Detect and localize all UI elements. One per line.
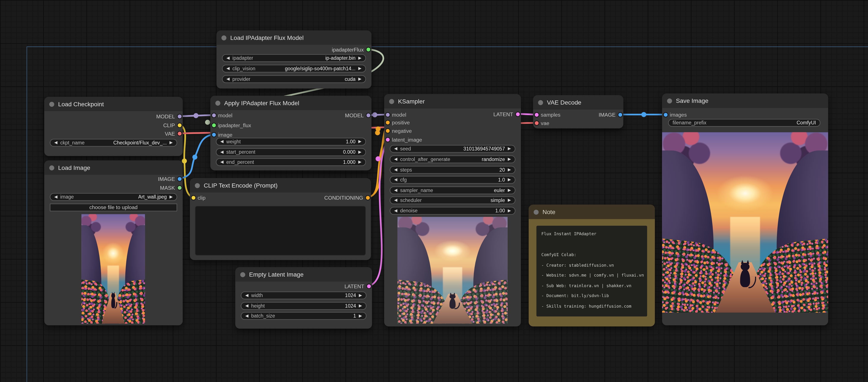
input-pin-images[interactable] xyxy=(663,113,668,117)
node-empty-latent-image[interactable]: Empty Latent Image LATENT ◀ width 1024 ▶… xyxy=(235,267,372,329)
node-load-ipadapter-flux-model[interactable]: Load IPAdapter Flux Model ipadapterFlux … xyxy=(216,30,371,88)
increment-arrow-icon[interactable]: ▶ xyxy=(359,302,362,310)
node-header[interactable]: Save Image xyxy=(662,94,828,108)
output-pin-vae[interactable] xyxy=(178,131,181,135)
node-save-image[interactable]: Save Image images filename_prefix ComfyU… xyxy=(662,94,828,325)
upload-file-button[interactable]: choose file to upload xyxy=(50,203,177,211)
increment-arrow-icon[interactable]: ▶ xyxy=(508,186,511,194)
output-pin-model[interactable] xyxy=(178,114,181,118)
input-pin-vae[interactable] xyxy=(534,121,538,125)
node-load-checkpoint[interactable]: Load Checkpoint MODEL CLIP VAE ◀ ckpt_na… xyxy=(44,97,183,156)
output-pin-image[interactable] xyxy=(178,177,181,181)
widget-weight[interactable]: ◀ weight 1.00 ▶ xyxy=(216,138,366,146)
decrement-arrow-icon[interactable]: ◀ xyxy=(226,54,230,62)
decrement-arrow-icon[interactable]: ◀ xyxy=(394,155,397,163)
input-pin-clip[interactable] xyxy=(191,195,195,199)
node-header[interactable]: CLIP Text Encode (Prompt) xyxy=(190,178,371,192)
increment-arrow-icon[interactable]: ▶ xyxy=(169,193,173,201)
node-header[interactable]: Apply IPAdapter Flux Model xyxy=(210,96,371,110)
input-pin-model[interactable] xyxy=(212,113,216,117)
node-ksampler[interactable]: KSampler model positive negative latent_… xyxy=(384,94,521,326)
input-pin-positive[interactable] xyxy=(385,120,389,124)
widget-height[interactable]: ◀ height 1024 ▶ xyxy=(241,302,367,310)
input-pin-ipadapter-flux[interactable] xyxy=(212,123,216,127)
output-pin-latent[interactable] xyxy=(516,112,520,116)
output-pin-clip[interactable] xyxy=(178,123,181,127)
decrement-arrow-icon[interactable]: ◀ xyxy=(54,193,58,201)
widget-seed[interactable]: ◀ seed 310136945749057 ▶ xyxy=(390,145,516,153)
widget-control-after-generate[interactable]: ◀ control_after_generate randomize ▶ xyxy=(390,155,516,163)
decrement-arrow-icon[interactable]: ◀ xyxy=(220,148,223,156)
node-header[interactable]: VAE Decode xyxy=(533,95,623,109)
widget-cfg[interactable]: ◀ cfg 1.0 ▶ xyxy=(390,176,516,184)
widget-sampler-name[interactable]: ◀ sampler_name euler ▶ xyxy=(390,186,516,194)
increment-arrow-icon[interactable]: ▶ xyxy=(508,176,511,184)
increment-arrow-icon[interactable]: ▶ xyxy=(508,166,511,174)
input-pin-negative[interactable] xyxy=(385,129,389,133)
output-pin-model[interactable] xyxy=(366,113,370,117)
node-note[interactable]: Note Flux Instant IPAdapter ComfyUI Cola… xyxy=(529,205,655,327)
widget-batch-size[interactable]: ◀ batch_size 1 ▶ xyxy=(241,312,367,320)
node-header[interactable]: Note xyxy=(529,205,655,219)
node-header[interactable]: Load Checkpoint xyxy=(44,97,183,111)
decrement-arrow-icon[interactable]: ◀ xyxy=(54,139,58,147)
decrement-arrow-icon[interactable]: ◀ xyxy=(220,138,223,146)
comfyui-canvas[interactable]: Load IPAdapter Flux Model ipadapterFlux … xyxy=(0,0,868,382)
input-pin-image[interactable] xyxy=(212,133,216,136)
increment-arrow-icon[interactable]: ▶ xyxy=(359,291,362,299)
increment-arrow-icon[interactable]: ▶ xyxy=(169,139,173,147)
decrement-arrow-icon[interactable]: ◀ xyxy=(226,65,230,72)
decrement-arrow-icon[interactable]: ◀ xyxy=(394,166,397,174)
node-header[interactable]: Load IPAdapter Flux Model xyxy=(216,30,371,45)
decrement-arrow-icon[interactable]: ◀ xyxy=(394,176,397,184)
output-pin-conditioning[interactable] xyxy=(366,195,370,199)
widget-ckpt-name[interactable]: ◀ ckpt_name Checkpoint/Flux_dev_... ▶ xyxy=(50,139,177,147)
widget-steps[interactable]: ◀ steps 20 ▶ xyxy=(390,166,516,174)
decrement-arrow-icon[interactable]: ◀ xyxy=(394,145,397,153)
increment-arrow-icon[interactable]: ▶ xyxy=(508,155,511,163)
increment-arrow-icon[interactable]: ▶ xyxy=(358,54,362,62)
increment-arrow-icon[interactable]: ▶ xyxy=(508,145,511,153)
node-clip-text-encode[interactable]: CLIP Text Encode (Prompt) clip CONDITION… xyxy=(190,178,371,260)
decrement-arrow-icon[interactable]: ◀ xyxy=(226,75,230,83)
widget-provider[interactable]: ◀ provider cuda ▶ xyxy=(222,75,366,83)
output-pin-ipadapterflux[interactable] xyxy=(366,47,370,51)
widget-end-percent[interactable]: ◀ end_percent 1.000 ▶ xyxy=(216,158,366,166)
output-pin-mask[interactable] xyxy=(178,186,181,190)
widget-denoise[interactable]: ◀ denoise 1.00 ▶ xyxy=(390,207,516,215)
increment-arrow-icon[interactable]: ▶ xyxy=(358,75,362,83)
output-pin-image[interactable] xyxy=(618,113,622,117)
decrement-arrow-icon[interactable]: ◀ xyxy=(394,186,397,194)
increment-arrow-icon[interactable]: ▶ xyxy=(358,65,362,72)
decrement-arrow-icon[interactable]: ◀ xyxy=(245,291,248,299)
increment-arrow-icon[interactable]: ▶ xyxy=(358,148,362,156)
increment-arrow-icon[interactable]: ▶ xyxy=(358,158,362,166)
node-header[interactable]: Load Image xyxy=(44,160,183,175)
node-header[interactable]: KSampler xyxy=(384,94,521,108)
node-header[interactable]: Empty Latent Image xyxy=(235,267,372,282)
decrement-arrow-icon[interactable]: ◀ xyxy=(245,302,248,310)
output-pin-latent[interactable] xyxy=(367,284,371,288)
node-vae-decode[interactable]: VAE Decode samples vae IMAGE xyxy=(533,95,623,128)
widget-start-percent[interactable]: ◀ start_percent 0.000 ▶ xyxy=(216,148,366,156)
node-load-image[interactable]: Load Image IMAGE MASK ◀ image Art_wall.j… xyxy=(44,160,183,325)
input-pin-samples[interactable] xyxy=(534,113,538,117)
widget-image-file[interactable]: ◀ image Art_wall.jpeg ▶ xyxy=(50,193,177,201)
widget-filename-prefix[interactable]: filename_prefix ComfyUI xyxy=(668,119,820,127)
widget-width[interactable]: ◀ width 1024 ▶ xyxy=(241,291,367,299)
prompt-textarea[interactable] xyxy=(195,206,366,256)
widget-clip-vision[interactable]: ◀ clip_vision google/siglip-so400m-patch… xyxy=(222,65,366,72)
decrement-arrow-icon[interactable]: ◀ xyxy=(245,312,248,320)
input-pin-model[interactable] xyxy=(385,113,389,117)
widget-scheduler[interactable]: ◀ scheduler simple ▶ xyxy=(390,196,516,204)
input-pin-latent-image[interactable] xyxy=(385,137,389,141)
increment-arrow-icon[interactable]: ▶ xyxy=(508,207,511,215)
decrement-arrow-icon[interactable]: ◀ xyxy=(220,158,223,166)
increment-arrow-icon[interactable]: ▶ xyxy=(358,138,362,146)
decrement-arrow-icon[interactable]: ◀ xyxy=(394,207,397,215)
widget-ipadapter[interactable]: ◀ ipadapter ip-adapter.bin ▶ xyxy=(222,54,366,62)
increment-arrow-icon[interactable]: ▶ xyxy=(508,196,511,204)
decrement-arrow-icon[interactable]: ◀ xyxy=(394,196,397,204)
increment-arrow-icon[interactable]: ▶ xyxy=(359,312,362,320)
node-apply-ipadapter-flux-model[interactable]: Apply IPAdapter Flux Model model ipadapt… xyxy=(210,96,371,170)
